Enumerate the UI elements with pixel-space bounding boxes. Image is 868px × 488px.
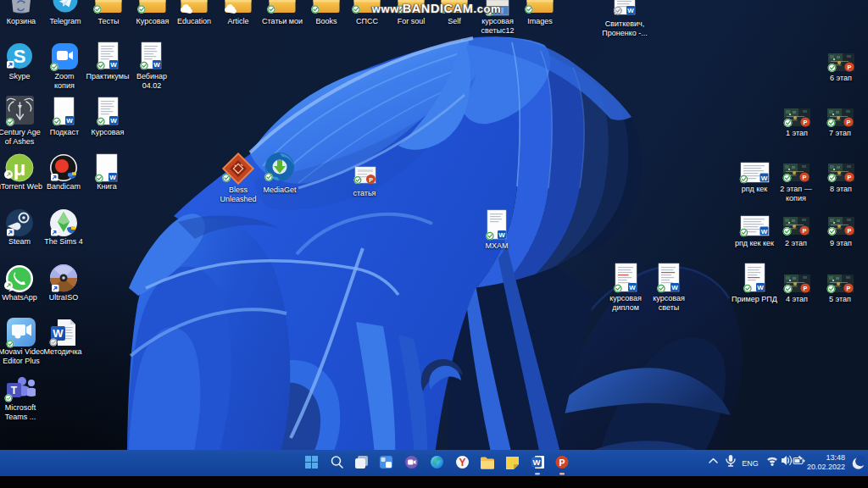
svg-text:W: W xyxy=(533,458,541,467)
svg-text:W: W xyxy=(757,284,764,291)
svg-text:W: W xyxy=(761,228,768,236)
svg-text:20.02.2022: 20.02.2022 xyxy=(807,463,845,471)
svg-text:W: W xyxy=(53,327,64,340)
svg-text:P: P xyxy=(803,174,807,181)
svg-text:P: P xyxy=(848,227,852,235)
svg-text:W: W xyxy=(110,117,117,125)
svg-text:W: W xyxy=(498,231,505,239)
svg-text:P: P xyxy=(848,174,852,181)
svg-text:W: W xyxy=(629,284,636,291)
svg-text:P: P xyxy=(804,285,808,292)
svg-text:Y: Y xyxy=(459,457,465,469)
svg-text:S: S xyxy=(14,46,26,67)
svg-text:P: P xyxy=(847,285,851,292)
svg-text:W: W xyxy=(153,61,160,69)
svg-text:P: P xyxy=(847,119,851,126)
svg-text:W: W xyxy=(110,61,117,69)
svg-text:ENG: ENG xyxy=(742,459,759,468)
svg-text:W: W xyxy=(761,175,768,182)
svg-text:P: P xyxy=(369,177,373,184)
svg-text:P: P xyxy=(804,119,808,126)
svg-text:μ: μ xyxy=(14,157,26,180)
svg-text:P: P xyxy=(848,64,852,71)
svg-text:T: T xyxy=(11,385,18,396)
svg-text:P: P xyxy=(803,227,807,235)
svg-text:P: P xyxy=(559,458,565,468)
svg-text:W: W xyxy=(109,174,116,181)
svg-text:W: W xyxy=(671,284,678,291)
svg-text:13:48: 13:48 xyxy=(826,453,845,462)
svg-text:W: W xyxy=(66,117,73,125)
